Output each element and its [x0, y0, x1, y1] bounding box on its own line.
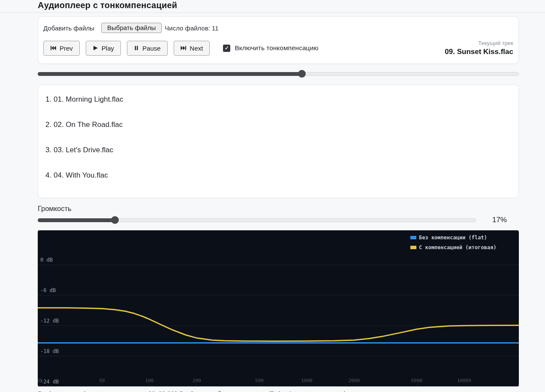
volume-label: Громкость	[38, 205, 519, 213]
play-button[interactable]: Play	[86, 41, 121, 56]
current-track-name: 09. Sunset Kiss.flac	[445, 48, 513, 56]
svg-text:Без компенсации (flat): Без компенсации (flat)	[419, 235, 487, 241]
svg-text:500: 500	[255, 378, 264, 383]
volume-slider-thumb[interactable]	[111, 216, 119, 224]
seek-slider-fill	[38, 72, 302, 76]
choose-files-button[interactable]: Выбрать файлы	[101, 23, 162, 33]
files-count: Число файлов:11	[165, 24, 218, 32]
current-track-info: Текущий трек 09. Sunset Kiss.flac	[445, 40, 513, 56]
files-count-label: Число файлов:	[165, 24, 210, 32]
next-icon	[181, 45, 187, 51]
checkbox-checked-icon[interactable]: ✓	[223, 45, 230, 52]
svg-text:-12 dB: -12 dB	[40, 318, 59, 324]
prev-label: Prev	[60, 45, 73, 52]
svg-text:-24 dB: -24 dB	[40, 379, 59, 385]
loudness-chart-panel: 2050100200500100020005000100000 dB-6 dB-…	[38, 230, 519, 386]
volume-slider-fill	[38, 218, 112, 222]
svg-text:10000: 10000	[457, 378, 471, 383]
volume-row: 17%	[38, 216, 519, 224]
play-label: Play	[102, 45, 114, 52]
page-header: Аудиоплеер с тонкомпенсацией	[0, 0, 545, 13]
loudness-chart: 2050100200500100020005000100000 dB-6 dB-…	[38, 230, 519, 386]
volume-percent-value: 17%	[492, 216, 507, 224]
file-row: Добавить файлы Выбрать файлы Число файло…	[43, 23, 513, 33]
seek-slider[interactable]	[38, 70, 519, 78]
play-icon	[93, 45, 98, 51]
pause-label: Pause	[142, 45, 161, 52]
playlist-item[interactable]: 05. U-Turn.flac	[54, 196, 510, 198]
current-track-label: Текущий трек	[445, 40, 513, 46]
svg-text:100: 100	[145, 378, 154, 383]
svg-text:200: 200	[193, 378, 201, 383]
add-files-label: Добавить файлы	[43, 24, 94, 32]
svg-text:5000: 5000	[411, 378, 423, 383]
page-title: Аудиоплеер с тонкомпенсацией	[38, 0, 545, 10]
volume-section: Громкость 17%	[38, 205, 519, 224]
svg-text:С компенсацией (итоговая): С компенсацией (итоговая)	[419, 244, 497, 250]
pause-icon	[134, 45, 139, 51]
next-button[interactable]: Next	[174, 41, 210, 56]
svg-text:1000: 1000	[301, 378, 313, 383]
loudness-label: Включить тонкомпенсацию	[235, 44, 318, 52]
playlist-item[interactable]: 04. With You.flac	[54, 170, 510, 181]
prev-icon	[50, 45, 56, 51]
playlist-item[interactable]: 01. Morning Light.flac	[54, 94, 510, 105]
chart-caption: График: логарифмическая ось частот 20–20…	[38, 390, 519, 392]
svg-text:-6 dB: -6 dB	[40, 287, 56, 293]
files-count-value: 11	[212, 24, 219, 32]
controls-card: Добавить файлы Выбрать файлы Число файло…	[38, 16, 519, 64]
svg-text:-18 dB: -18 dB	[40, 348, 59, 354]
seek-row	[38, 70, 519, 78]
playlist-item[interactable]: 03. Let's Drive.flac	[54, 145, 510, 155]
volume-slider[interactable]	[38, 216, 476, 224]
playlist-container[interactable]: 01. Morning Light.flac02. On The Road.fl…	[38, 84, 519, 198]
svg-text:0 dB: 0 dB	[40, 257, 53, 263]
seek-slider-thumb[interactable]	[298, 70, 306, 78]
playlist-item[interactable]: 02. On The Road.flac	[54, 120, 510, 130]
prev-button[interactable]: Prev	[43, 41, 80, 56]
playlist: 01. Morning Light.flac02. On The Road.fl…	[38, 85, 518, 198]
pause-button[interactable]: Pause	[127, 41, 168, 56]
next-label: Next	[190, 45, 203, 52]
main-content: Добавить файлы Выбрать файлы Число файло…	[38, 16, 519, 392]
svg-text:50: 50	[99, 378, 105, 383]
svg-text:2000: 2000	[349, 378, 360, 383]
loudness-toggle[interactable]: ✓ Включить тонкомпенсацию	[223, 44, 318, 52]
playback-row: Prev Play Pause Next ✓ Включить тонкомпе…	[43, 40, 513, 56]
